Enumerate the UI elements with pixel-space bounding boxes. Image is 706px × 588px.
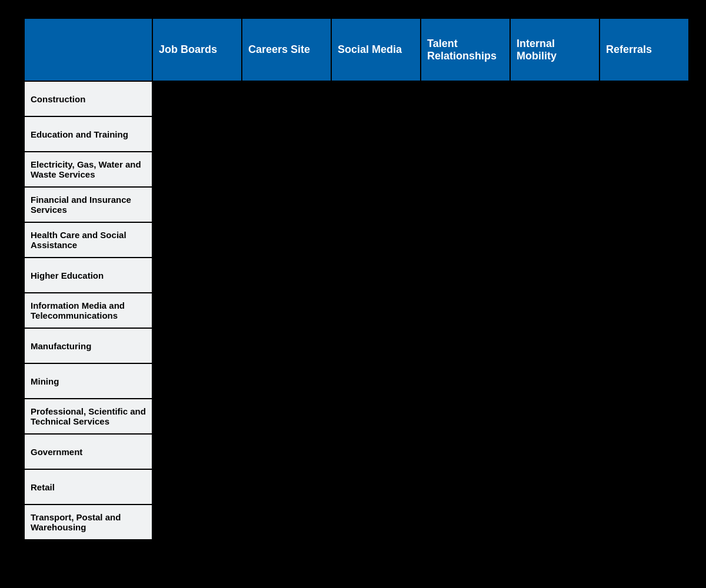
data-cell — [242, 258, 332, 293]
data-cell — [332, 152, 421, 188]
row-label-electricity: Electricity, Gas, Water and Waste Servic… — [25, 152, 153, 188]
header-cell-internal-mobility: Internal Mobility — [511, 19, 600, 82]
data-cell — [242, 505, 332, 540]
data-cell — [511, 82, 600, 117]
data-cell — [511, 435, 600, 470]
header-cell-social-media: Social Media — [332, 19, 421, 82]
data-cell — [153, 364, 242, 399]
data-cell — [242, 152, 332, 188]
row-label-retail: Retail — [25, 470, 153, 505]
data-cell — [600, 470, 690, 505]
data-cell — [600, 505, 690, 540]
data-cell — [332, 435, 421, 470]
data-cell — [242, 399, 332, 435]
row-label-healthcare: Health Care and Social Assistance — [25, 223, 153, 258]
data-cell — [511, 188, 600, 223]
data-cell — [600, 258, 690, 293]
header-cell-referrals: Referrals — [600, 19, 690, 82]
data-cell — [332, 293, 421, 329]
table-wrapper: Job Boards Careers Site Social Media Tal… — [24, 18, 682, 540]
data-cell — [511, 399, 600, 435]
data-cell — [511, 470, 600, 505]
row-label-government: Government — [25, 435, 153, 470]
data-cell — [242, 293, 332, 329]
data-cell — [153, 258, 242, 293]
data-cell — [332, 399, 421, 435]
data-cell — [153, 117, 242, 152]
row-label-higher-education: Higher Education — [25, 258, 153, 293]
data-cell — [153, 82, 242, 117]
data-cell — [242, 117, 332, 152]
data-cell — [242, 364, 332, 399]
data-cell — [332, 188, 421, 223]
row-label-construction: Construction — [25, 82, 153, 117]
data-cell — [421, 258, 511, 293]
data-cell — [511, 258, 600, 293]
data-cell — [332, 258, 421, 293]
data-cell — [153, 293, 242, 329]
data-cell — [421, 188, 511, 223]
header-cell-industry — [25, 19, 153, 82]
data-cell — [511, 293, 600, 329]
data-cell — [332, 82, 421, 117]
data-cell — [242, 223, 332, 258]
data-cell — [511, 117, 600, 152]
data-cell — [332, 329, 421, 364]
data-cell — [153, 329, 242, 364]
data-cell — [600, 364, 690, 399]
data-cell — [421, 364, 511, 399]
data-cell — [153, 223, 242, 258]
data-cell — [600, 223, 690, 258]
data-cell — [421, 152, 511, 188]
data-cell — [332, 364, 421, 399]
data-cell — [242, 329, 332, 364]
data-cell — [511, 152, 600, 188]
data-cell — [511, 505, 600, 540]
data-cell — [242, 435, 332, 470]
data-cell — [421, 223, 511, 258]
data-cell — [421, 117, 511, 152]
data-cell — [242, 188, 332, 223]
data-cell — [421, 505, 511, 540]
data-cell — [600, 435, 690, 470]
header-cell-talent-relationships: Talent Relationships — [421, 19, 511, 82]
data-cell — [421, 82, 511, 117]
row-label-professional: Professional, Scientific and Technical S… — [25, 399, 153, 435]
data-cell — [332, 117, 421, 152]
data-cell — [600, 399, 690, 435]
data-cell — [242, 470, 332, 505]
data-cell — [242, 82, 332, 117]
data-cell — [600, 293, 690, 329]
data-cell — [153, 152, 242, 188]
data-cell — [332, 505, 421, 540]
data-cell — [421, 329, 511, 364]
data-cell — [600, 152, 690, 188]
data-cell — [600, 117, 690, 152]
data-cell — [600, 329, 690, 364]
data-cell — [153, 188, 242, 223]
header-cell-job-boards: Job Boards — [153, 19, 242, 82]
data-cell — [511, 223, 600, 258]
data-cell — [600, 188, 690, 223]
data-cell — [421, 470, 511, 505]
grid-table: Job Boards Careers Site Social Media Tal… — [24, 18, 682, 540]
data-cell — [600, 82, 690, 117]
row-label-transport: Transport, Postal and Warehousing — [25, 505, 153, 540]
row-label-financial: Financial and Insurance Services — [25, 188, 153, 223]
data-cell — [421, 399, 511, 435]
header-cell-careers-site: Careers Site — [242, 19, 332, 82]
data-cell — [421, 435, 511, 470]
row-label-information-media: Information Media and Telecommunications — [25, 293, 153, 329]
data-cell — [511, 364, 600, 399]
data-cell — [421, 293, 511, 329]
data-cell — [153, 399, 242, 435]
data-cell — [332, 223, 421, 258]
data-cell — [332, 470, 421, 505]
data-cell — [153, 505, 242, 540]
data-cell — [511, 329, 600, 364]
row-label-manufacturing: Manufacturing — [25, 329, 153, 364]
row-label-mining: Mining — [25, 364, 153, 399]
data-cell — [153, 470, 242, 505]
data-cell — [153, 435, 242, 470]
row-label-education: Education and Training — [25, 117, 153, 152]
